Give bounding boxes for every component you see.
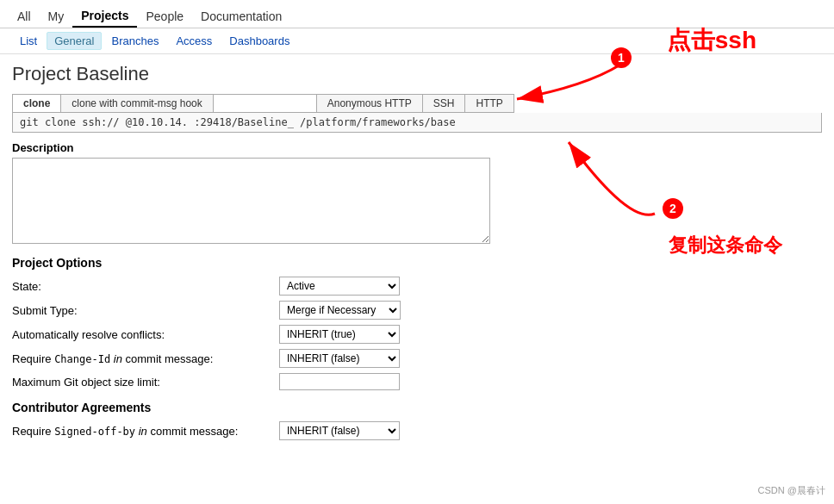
project-options: Project Options State: Active Read Only … bbox=[12, 256, 822, 390]
sub-nav: List General Branches Access Dashboards bbox=[0, 28, 834, 54]
topnav-my[interactable]: My bbox=[40, 6, 73, 27]
clone-tab-clone[interactable]: clone bbox=[13, 95, 61, 112]
subnav-dashboards[interactable]: Dashboards bbox=[221, 32, 297, 50]
signed-off-label: Require Signed-off-by in commit message: bbox=[12, 425, 279, 438]
change-id-row: Require Change-Id in commit message: INH… bbox=[12, 349, 822, 368]
clone-command: git clone ssh:// @10.10.14. :29418/Basel… bbox=[12, 113, 822, 133]
subnav-branches[interactable]: Branches bbox=[103, 32, 166, 50]
signed-off-row: Require Signed-off-by in commit message:… bbox=[12, 421, 822, 440]
project-options-title: Project Options bbox=[12, 256, 822, 270]
max-git-size-input[interactable] bbox=[279, 373, 400, 390]
submit-type-label: Submit Type: bbox=[12, 304, 279, 317]
subnav-list[interactable]: List bbox=[12, 32, 45, 50]
main-content: Project Baseline clone clone with commit… bbox=[0, 54, 834, 459]
contributor-agreements: Contributor Agreements Require Signed-of… bbox=[12, 401, 822, 440]
max-git-size-label: Maximum Git object size limit: bbox=[12, 376, 279, 389]
max-git-size-row: Maximum Git object size limit: bbox=[12, 373, 822, 390]
state-row: State: Active Read Only Hidden bbox=[12, 277, 822, 296]
subnav-general[interactable]: General bbox=[47, 32, 102, 50]
topnav-all[interactable]: All bbox=[9, 6, 40, 27]
description-label: Description bbox=[12, 141, 822, 154]
submit-type-row: Submit Type: Merge if Necessary Fast For… bbox=[12, 301, 822, 320]
page-title: Project Baseline bbox=[12, 63, 822, 85]
clone-tabs: clone clone with commit-msg hook Anonymo… bbox=[12, 94, 514, 113]
clone-tab-http[interactable]: HTTP bbox=[465, 95, 513, 112]
state-label: State: bbox=[12, 280, 279, 293]
topnav-people[interactable]: People bbox=[137, 6, 192, 27]
auto-resolve-label: Automatically resolve conflicts: bbox=[12, 328, 279, 341]
top-nav: All My Projects People Documentation bbox=[0, 0, 834, 28]
clone-tab-ssh[interactable]: SSH bbox=[423, 95, 466, 112]
change-id-select[interactable]: INHERIT (false) TRUE FALSE bbox=[279, 349, 400, 368]
clone-tab-anon-http[interactable]: Anonymous HTTP bbox=[317, 95, 423, 112]
description-textarea[interactable] bbox=[12, 158, 490, 244]
subnav-access[interactable]: Access bbox=[168, 32, 220, 50]
clone-tab-spacer bbox=[214, 95, 317, 112]
clone-tab-commit-msg[interactable]: clone with commit-msg hook bbox=[61, 95, 213, 112]
auto-resolve-select[interactable]: INHERIT (true) TRUE FALSE bbox=[279, 325, 400, 344]
auto-resolve-row: Automatically resolve conflicts: INHERIT… bbox=[12, 325, 822, 344]
submit-type-select[interactable]: Merge if Necessary Fast Forward Only Reb… bbox=[279, 301, 401, 320]
state-select[interactable]: Active Read Only Hidden bbox=[279, 277, 400, 296]
contributor-agreements-title: Contributor Agreements bbox=[12, 401, 822, 414]
topnav-documentation[interactable]: Documentation bbox=[192, 6, 290, 27]
topnav-projects[interactable]: Projects bbox=[72, 5, 137, 28]
change-id-label: Require Change-Id in commit message: bbox=[12, 352, 279, 365]
csdn-watermark: CSDN @晨春计 bbox=[758, 484, 825, 497]
signed-off-select[interactable]: INHERIT (false) TRUE FALSE bbox=[279, 421, 400, 440]
